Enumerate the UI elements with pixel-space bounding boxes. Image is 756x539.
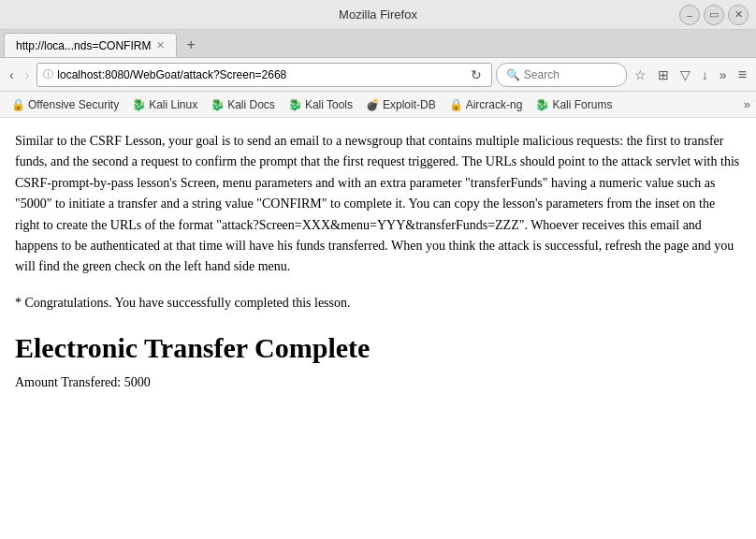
bookmark-icon: 🐉 xyxy=(288,98,302,111)
tab-label: http://loca...nds=CONFIRM xyxy=(16,39,151,52)
bookmark-label: Kali Tools xyxy=(305,98,353,111)
bookmark-label: Exploit-DB xyxy=(383,98,436,111)
menu-button[interactable]: ≡ xyxy=(734,65,750,85)
bookmark-label: Kali Docs xyxy=(227,98,275,111)
history-button[interactable]: ⊞ xyxy=(654,66,673,84)
bookmark-label: Aircrack-ng xyxy=(466,98,523,111)
bookmark-aircrack[interactable]: 🔒 Aircrack-ng xyxy=(443,96,529,113)
tab-bar: http://loca...nds=CONFIRM ✕ + xyxy=(0,30,756,58)
download-button[interactable]: ↓ xyxy=(698,66,712,84)
forward-button[interactable]: › xyxy=(22,66,34,84)
bookmark-icon: 🐉 xyxy=(535,98,549,111)
window-controls: – ▭ ✕ xyxy=(679,5,749,25)
bookmark-exploit-db[interactable]: 💣 Exploit-DB xyxy=(360,96,442,113)
bookmark-icon: 🔒 xyxy=(449,98,463,111)
bookmark-kali-forums[interactable]: 🐉 Kali Forums xyxy=(530,96,618,113)
back-button[interactable]: ‹ xyxy=(6,66,18,84)
protocol-icon: ⓘ xyxy=(43,67,53,81)
tab-close-button[interactable]: ✕ xyxy=(156,39,165,51)
browser-content: Similar to the CSRF Lesson, your goal is… xyxy=(0,118,756,539)
maximize-button[interactable]: ▭ xyxy=(704,5,724,25)
bookmark-kali-docs[interactable]: 🐉 Kali Docs xyxy=(205,96,281,113)
bookmark-label: Kali Forums xyxy=(552,98,612,111)
bookmark-kali-linux[interactable]: 🐉 Kali Linux xyxy=(126,96,203,113)
congratulations-text: * Congratulations. You have successfully… xyxy=(15,293,741,313)
search-icon: 🔍 xyxy=(506,68,520,81)
transfer-title: Electronic Transfer Complete xyxy=(15,332,741,364)
search-bar[interactable]: 🔍 xyxy=(496,63,627,87)
minimize-button[interactable]: – xyxy=(679,5,700,25)
lesson-description: Similar to the CSRF Lesson, your goal is… xyxy=(15,131,741,278)
bookmark-icon: 💣 xyxy=(366,98,380,111)
bookmark-kali-tools[interactable]: 🐉 Kali Tools xyxy=(283,96,358,113)
bookmarks-more-button[interactable]: » xyxy=(744,97,750,111)
title-bar: Mozilla Firefox – ▭ ✕ xyxy=(0,0,756,30)
bookmark-star-button[interactable]: ☆ xyxy=(631,66,650,84)
bookmark-offensive-security[interactable]: 🔒 Offensive Security xyxy=(6,96,124,113)
new-tab-button[interactable]: + xyxy=(181,33,200,57)
bookmark-icon: 🐉 xyxy=(132,98,146,111)
close-button[interactable]: ✕ xyxy=(728,5,749,25)
window-title: Mozilla Firefox xyxy=(339,7,417,22)
url-bar[interactable]: ⓘ ↻ xyxy=(36,63,492,87)
bookmark-label: Offensive Security xyxy=(28,98,119,111)
bookmark-icon: 🐉 xyxy=(211,98,225,111)
bookmark-icon: 🔒 xyxy=(11,98,25,111)
reload-button[interactable]: ↻ xyxy=(467,66,486,84)
browser-tab[interactable]: http://loca...nds=CONFIRM ✕ xyxy=(4,33,177,57)
bookmark-label: Kali Linux xyxy=(149,98,197,111)
url-input[interactable] xyxy=(57,68,463,81)
pocket-button[interactable]: ▽ xyxy=(676,66,694,84)
transfer-amount: Amount Transfered: 5000 xyxy=(15,375,741,390)
bookmarks-bar: 🔒 Offensive Security 🐉 Kali Linux 🐉 Kali… xyxy=(0,92,756,118)
more-tools-button[interactable]: » xyxy=(716,66,731,84)
nav-bar: ‹ › ⓘ ↻ 🔍 ☆ ⊞ ▽ ↓ » ≡ xyxy=(0,58,756,92)
